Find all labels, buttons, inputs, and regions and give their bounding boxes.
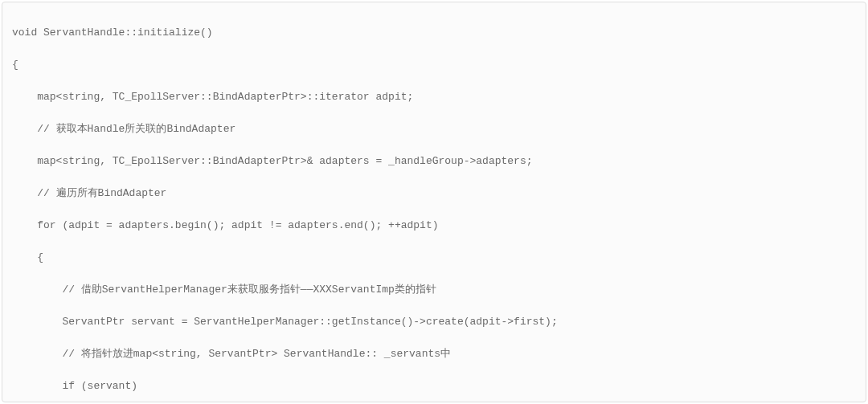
code-line: { bbox=[12, 250, 856, 266]
code-line: // 借助ServantHelperManager来获取服务指针——XXXSer… bbox=[12, 282, 856, 298]
code-block: void ServantHandle::initialize() { map<s… bbox=[2, 2, 866, 402]
code-line: void ServantHandle::initialize() bbox=[12, 25, 856, 41]
code-line: // 获取本Handle所关联的BindAdapter bbox=[12, 121, 856, 137]
code-line: ServantPtr servant = ServantHelperManage… bbox=[12, 314, 856, 330]
code-line: // 将指针放进map<string, ServantPtr> ServantH… bbox=[12, 346, 856, 362]
code-line: map<string, TC_EpollServer::BindAdapterP… bbox=[12, 153, 856, 169]
code-line: { bbox=[12, 57, 856, 73]
code-line: // 遍历所有BindAdapter bbox=[12, 186, 856, 202]
code-line: for (adpit = adapters.begin(); adpit != … bbox=[12, 218, 856, 234]
code-line: map<string, TC_EpollServer::BindAdapterP… bbox=[12, 89, 856, 105]
code-line: if (servant) bbox=[12, 378, 856, 394]
